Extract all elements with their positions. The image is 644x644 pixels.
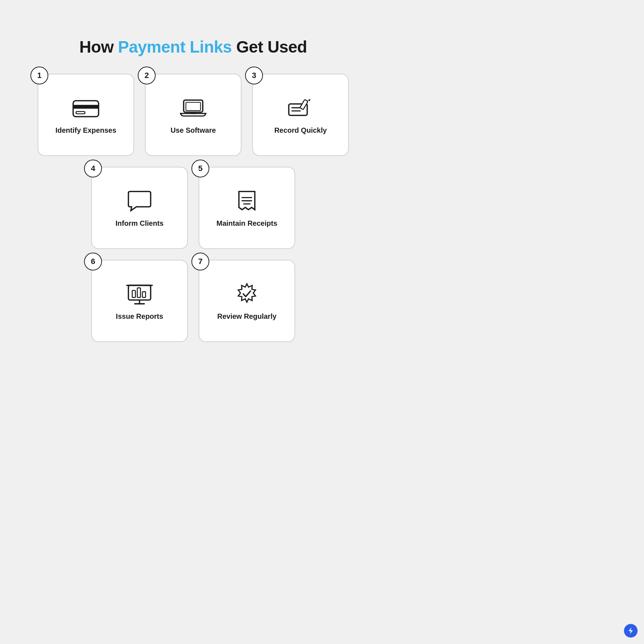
- chart-board-icon: [125, 282, 154, 307]
- svg-rect-2: [76, 111, 85, 113]
- main-container: How Payment Links Get Used 1 Identify Ex…: [18, 23, 369, 364]
- badge-5: 5: [191, 160, 209, 177]
- title-suffix: Get Used: [232, 38, 307, 56]
- svg-rect-16: [142, 292, 146, 297]
- svg-rect-14: [132, 290, 136, 297]
- svg-rect-4: [186, 102, 201, 111]
- receipt-icon: [233, 189, 261, 214]
- card-6: 6 Issue Reports: [91, 260, 188, 342]
- record-icon: [286, 96, 315, 121]
- page-title: How Payment Links Get Used: [29, 37, 358, 57]
- svg-rect-1: [73, 105, 98, 109]
- card-2: 2 Use Software: [145, 74, 241, 156]
- row-3: 6 Issue Reports: [29, 260, 358, 342]
- card-1-label: Identify Expenses: [55, 126, 116, 135]
- card-4: 4 Inform Clients: [91, 167, 188, 249]
- svg-rect-15: [137, 288, 141, 297]
- card-6-label: Issue Reports: [116, 312, 163, 321]
- card-3: 3 Record Quickly: [252, 74, 349, 156]
- badge-4: 4: [84, 160, 102, 177]
- card-3-label: Record Quickly: [274, 126, 327, 135]
- badge-7: 7: [191, 253, 209, 270]
- title-prefix: How: [79, 38, 118, 56]
- row-2: 4 Inform Clients 5 Maintain Receipts: [29, 167, 358, 249]
- chat-icon: [125, 189, 154, 214]
- badge-2: 2: [138, 67, 156, 84]
- card-7: 7 Review Regularly: [199, 260, 295, 342]
- badge-check-icon: [233, 282, 261, 307]
- card-5-label: Maintain Receipts: [216, 219, 277, 228]
- row-1: 1 Identify Expenses 2 Use: [29, 74, 358, 156]
- badge-6: 6: [84, 253, 102, 270]
- badge-3: 3: [245, 67, 263, 84]
- title-highlight: Payment Links: [118, 38, 232, 56]
- card-7-label: Review Regularly: [217, 312, 277, 321]
- badge-1: 1: [30, 67, 48, 84]
- card-5: 5 Maintain Receipts: [199, 167, 295, 249]
- card-2-label: Use Software: [171, 126, 216, 135]
- laptop-icon: [179, 96, 208, 121]
- credit-card-icon: [72, 96, 100, 121]
- card-4-label: Inform Clients: [116, 219, 164, 228]
- card-1: 1 Identify Expenses: [38, 74, 134, 156]
